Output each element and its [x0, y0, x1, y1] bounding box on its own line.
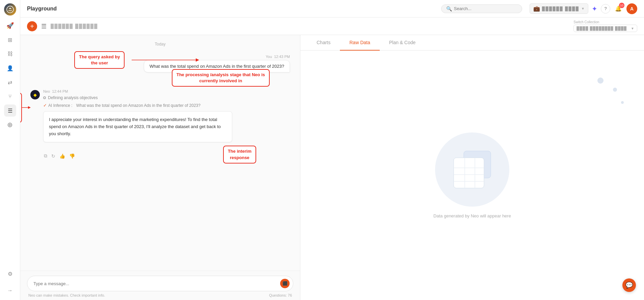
collection-dropdown[interactable]: ████ ████████ ████ ▼: [573, 25, 637, 32]
sparkle-button[interactable]: ✦: [592, 5, 597, 13]
workspace-label: ██████ ████: [542, 6, 579, 11]
checkmark-icon: ✓: [43, 103, 47, 108]
collection-chevron-icon: ▼: [631, 27, 634, 30]
search-input[interactable]: [454, 6, 517, 11]
annotation-interim-box: The interimresponse: [223, 146, 256, 163]
sidebar-item-settings[interactable]: ⚙: [4, 268, 16, 280]
sidebar-item-list[interactable]: ☰: [4, 104, 16, 117]
deco-dot-2: [613, 88, 617, 92]
sidebar-item-flow[interactable]: ⛓: [4, 48, 16, 60]
tab-charts[interactable]: Charts: [307, 35, 340, 51]
panel-content: Data generated by Neo will appear here: [300, 51, 644, 300]
empty-grid-svg: [445, 143, 499, 197]
ai-inference-prefix: AI Inference :: [48, 103, 72, 108]
neo-status-text: Defining analysis objectives: [48, 95, 98, 100]
tab-plan-code[interactable]: Plan & Code: [380, 35, 425, 51]
deco-dot-3: [621, 101, 624, 104]
neo-label: Neo: [43, 89, 50, 93]
annotation-query-box: The query asked bythe user: [74, 51, 125, 69]
annotation-interim: The interimresponse: [43, 142, 290, 169]
panel-tabs: Charts Raw Data Plan & Code: [300, 35, 644, 51]
chevron-down-icon: ▼: [581, 7, 585, 10]
sidebar-item-transform[interactable]: ⇄: [4, 76, 16, 88]
notification-badge: 10: [619, 3, 624, 8]
collection-value: ████ ████████ ████: [576, 26, 627, 30]
ai-inference-row: ✓ AI Inference : What was the total spen…: [43, 103, 290, 108]
menu-icon[interactable]: ☰: [41, 23, 47, 30]
app-title: Playground: [27, 6, 57, 12]
chat-panel: Today The query asked bythe user: [20, 35, 300, 300]
ai-inference-text: What was the total spend on Amazon Ads i…: [76, 103, 200, 108]
sidebar-item-grid[interactable]: ⊞: [4, 34, 16, 46]
workspace-selector[interactable]: 💼 ██████ ████ ▼: [530, 3, 588, 14]
send-stop-button[interactable]: ⬛: [280, 279, 290, 288]
sidebar-item-add-circle[interactable]: ⊕: [4, 119, 16, 131]
svg-marker-4: [28, 106, 31, 109]
annotation-neo-understanding: How Neohasunderstoodthe question: [20, 93, 22, 123]
date-divider: Today: [30, 42, 290, 47]
chat-input-area: ⬛ Neo can make mistakes. Check important…: [20, 271, 300, 300]
status-indicator: [43, 96, 46, 99]
footer-disclaimer: Neo can make mistakes. Check important i…: [28, 293, 105, 297]
svg-point-0: [7, 6, 14, 13]
chat-footer: Neo can make mistakes. Check important i…: [27, 291, 293, 297]
neo-status-row: Defining analysis objectives: [43, 95, 290, 100]
empty-state-text: Data generated by Neo will appear here: [433, 213, 511, 218]
sidebar-item-branch[interactable]: ⑂: [4, 90, 16, 102]
neo-meta: Neo 12:44 PM: [43, 89, 290, 93]
search-bar[interactable]: 🔍: [441, 4, 522, 13]
help-button[interactable]: ?: [601, 4, 610, 13]
neo-bubble: I appreciate your interest in understand…: [43, 111, 232, 142]
chat-messages[interactable]: Today The query asked bythe user: [20, 35, 300, 271]
annotation-processing-box: The processing /analysis stage that Neo …: [172, 69, 270, 87]
svg-marker-2: [196, 58, 199, 62]
neo-avatar: ◆: [30, 90, 40, 99]
content-area: Today The query asked bythe user: [20, 35, 644, 300]
tab-raw-data[interactable]: Raw Data: [340, 35, 379, 51]
user-label: You: [266, 55, 272, 59]
neo-content: Neo 12:44 PM Defining analysis objective…: [43, 89, 290, 159]
right-panel: Charts Raw Data Plan & Code: [300, 35, 644, 300]
logo[interactable]: [4, 3, 16, 16]
switch-collection-label: Switch Collection: [573, 20, 599, 24]
svg-rect-6: [454, 158, 484, 188]
sidebar-item-person[interactable]: 👤: [4, 62, 16, 74]
sidebar: 🚀 ⊞ ⛓ 👤 ⇄ ⑂ ☰ ⊕ ⚙ →: [0, 0, 20, 300]
sub-header-title: ██████ ██████: [51, 24, 98, 29]
empty-illustration: [435, 132, 509, 207]
sub-header: + ☰ ██████ ██████ Switch Collection ████…: [20, 18, 644, 35]
message-input[interactable]: [33, 281, 277, 286]
deco-dot-1: [597, 78, 603, 84]
chat-input-box[interactable]: ⬛: [27, 276, 293, 291]
top-header: Playground 🔍 💼 ██████ ████ ▼ ✦ ? 🔔 10 A: [20, 0, 644, 18]
add-button[interactable]: +: [27, 21, 37, 31]
sidebar-expand[interactable]: →: [4, 284, 16, 297]
footer-questions: Questions: 76: [269, 293, 292, 297]
avatar[interactable]: A: [626, 3, 637, 14]
neo-time: 12:44 PM: [52, 89, 68, 93]
user-time: 12:43 PM: [274, 55, 290, 59]
search-icon: 🔍: [446, 6, 452, 11]
annotation-query: The query asked bythe user: [74, 51, 125, 69]
annotation-processing: The processing /analysis stage that Neo …: [172, 69, 270, 87]
floating-chat-button[interactable]: 💬: [622, 278, 636, 292]
notification-button[interactable]: 🔔 10: [614, 4, 623, 13]
briefcase-icon: 💼: [533, 5, 540, 12]
sidebar-item-rocket[interactable]: 🚀: [4, 20, 16, 32]
switch-collection-wrapper: Switch Collection ████ ████████ ████ ▼: [573, 20, 637, 32]
neo-message-row: How Neohasunderstoodthe question ◆ Neo 1…: [30, 89, 290, 159]
